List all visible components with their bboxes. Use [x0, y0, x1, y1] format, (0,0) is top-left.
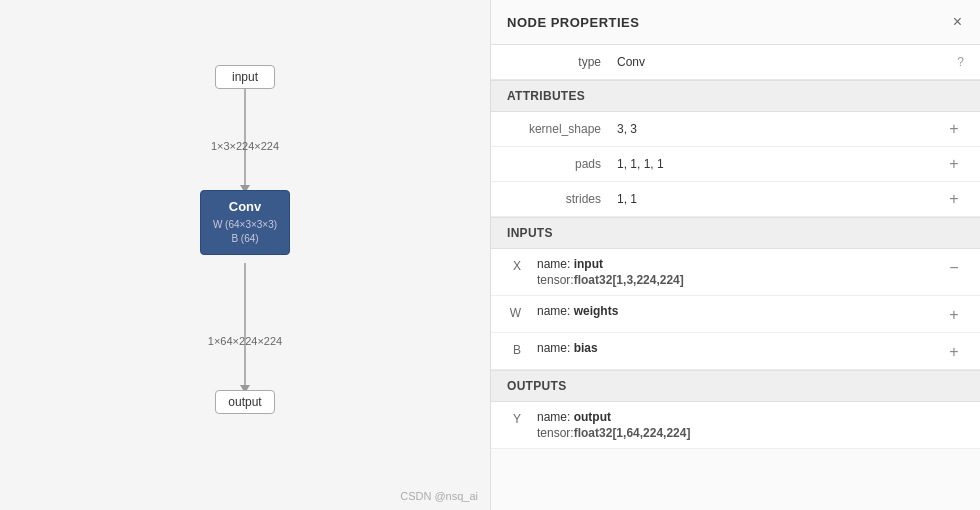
close-button[interactable]: ×	[951, 14, 964, 30]
panel-title: NODE PROPERTIES	[507, 15, 639, 30]
output-y-action	[944, 410, 964, 412]
input-node-label: input	[232, 70, 258, 84]
pads-plus[interactable]: +	[944, 155, 964, 173]
input-b-action[interactable]: +	[944, 341, 964, 361]
kernel-shape-row: kernel_shape 3, 3 +	[491, 112, 980, 147]
panel-header: NODE PROPERTIES ×	[491, 0, 980, 45]
input-b-label: B	[507, 341, 537, 357]
input-w-label: W	[507, 304, 537, 320]
input-x-name: name: input	[537, 257, 944, 271]
output-node-label: output	[228, 395, 261, 409]
output-y-name: name: output	[537, 410, 944, 424]
inputs-section-header: INPUTS	[491, 217, 980, 249]
strides-value: 1, 1	[617, 192, 944, 206]
input-w-action[interactable]: +	[944, 304, 964, 324]
input-w-content: name: weights	[537, 304, 944, 320]
pads-value: 1, 1, 1, 1	[617, 157, 944, 171]
input-x-action[interactable]: −	[944, 257, 964, 277]
conv-node-b: B (64)	[211, 232, 279, 246]
output-y-label: Y	[507, 410, 537, 426]
strides-row: strides 1, 1 +	[491, 182, 980, 217]
input-x-content: name: input tensor:float32[1,3,224,224]	[537, 257, 944, 287]
edge-label-top: 1×3×224×224	[175, 140, 315, 152]
strides-label: strides	[507, 192, 617, 206]
input-x-tensor: tensor:float32[1,3,224,224]	[537, 273, 944, 287]
kernel-shape-label: kernel_shape	[507, 122, 617, 136]
input-node[interactable]: input	[215, 65, 275, 89]
pads-label: pads	[507, 157, 617, 171]
input-b-content: name: bias	[537, 341, 944, 357]
pads-row: pads 1, 1, 1, 1 +	[491, 147, 980, 182]
output-node[interactable]: output	[215, 390, 275, 414]
conv-node-w: W (64×3×3×3)	[211, 218, 279, 232]
graph-canvas: input 1×3×224×224 Conv W (64×3×3×3) B (6…	[95, 45, 395, 465]
outputs-section-header: OUTPUTS	[491, 370, 980, 402]
watermark: CSDN @nsq_ai	[400, 490, 478, 502]
output-y-tensor: tensor:float32[1,64,224,224]	[537, 426, 944, 440]
type-row: type Conv ?	[491, 45, 980, 80]
edge-label-bottom: 1×64×224×224	[175, 335, 315, 347]
type-action[interactable]: ?	[957, 55, 964, 69]
output-y-row: Y name: output tensor:float32[1,64,224,2…	[491, 402, 980, 449]
input-x-row: X name: input tensor:float32[1,3,224,224…	[491, 249, 980, 296]
properties-panel: NODE PROPERTIES × type Conv ? ATTRIBUTES…	[490, 0, 980, 510]
graph-area: input 1×3×224×224 Conv W (64×3×3×3) B (6…	[0, 0, 490, 510]
input-w-name: name: weights	[537, 304, 944, 318]
conv-node-title: Conv	[211, 199, 279, 214]
kernel-shape-plus[interactable]: +	[944, 120, 964, 138]
attributes-section-header: ATTRIBUTES	[491, 80, 980, 112]
type-label: type	[507, 55, 617, 69]
input-b-row: B name: bias +	[491, 333, 980, 370]
kernel-shape-value: 3, 3	[617, 122, 944, 136]
input-b-name: name: bias	[537, 341, 944, 355]
strides-plus[interactable]: +	[944, 190, 964, 208]
conv-node[interactable]: Conv W (64×3×3×3) B (64)	[200, 190, 290, 255]
input-x-label: X	[507, 257, 537, 273]
input-w-row: W name: weights +	[491, 296, 980, 333]
type-value: Conv	[617, 55, 949, 69]
output-y-content: name: output tensor:float32[1,64,224,224…	[537, 410, 944, 440]
